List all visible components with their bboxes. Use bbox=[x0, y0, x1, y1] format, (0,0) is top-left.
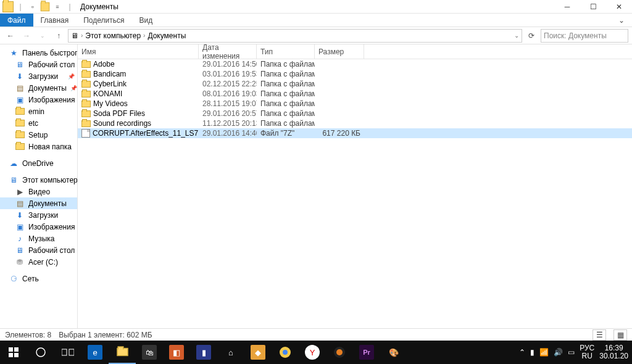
file-date: 28.11.2015 19:07 bbox=[199, 99, 257, 108]
sidebar: ★Панель быстрого до 🖥Рабочий стол📌 ⬇Загр… bbox=[0, 44, 78, 328]
file-list[interactable]: Adobe29.01.2016 14:50Папка с файламиBand… bbox=[78, 59, 632, 328]
sidebar-item-desktop2[interactable]: 🖥Рабочий стол bbox=[0, 244, 77, 256]
close-button[interactable]: ✕ bbox=[606, 0, 632, 14]
music-icon: ♪ bbox=[15, 234, 25, 243]
taskbar-app-3[interactable]: ⌂ bbox=[217, 341, 244, 364]
sidebar-item-quickaccess[interactable]: ★Панель быстрого до bbox=[0, 47, 77, 59]
forward-button[interactable]: → bbox=[20, 29, 33, 43]
sidebar-item-etc[interactable]: etc bbox=[0, 117, 77, 129]
tab-view[interactable]: Вид bbox=[131, 14, 160, 27]
taskbar-app-explorer[interactable] bbox=[109, 341, 136, 364]
sidebar-item-downloads2[interactable]: ⬇Загрузки bbox=[0, 209, 77, 221]
sidebar-item-desktop[interactable]: 🖥Рабочий стол📌 bbox=[0, 59, 77, 70]
tab-share[interactable]: Поделиться bbox=[76, 14, 131, 27]
tray-battery-icon[interactable]: ▮ bbox=[530, 348, 534, 357]
table-row[interactable]: CyberLink02.12.2015 22:25Папка с файлами bbox=[78, 79, 632, 89]
view-icons-button[interactable]: ▦ bbox=[613, 329, 627, 341]
properties-icon[interactable]: ▫ bbox=[27, 1, 38, 12]
sidebar-item-onedrive[interactable]: ☁OneDrive bbox=[0, 157, 77, 169]
address-dropdown-icon[interactable]: ⌄ bbox=[514, 32, 519, 39]
tray-clock[interactable]: 16:3930.01.20 bbox=[599, 344, 628, 360]
taskbar-app-edge[interactable]: e bbox=[81, 341, 109, 364]
search-input[interactable]: Поиск: Документы bbox=[541, 29, 628, 43]
table-row[interactable]: Sound recordings11.12.2015 20:13Папка с … bbox=[78, 118, 632, 128]
ribbon-expand-icon[interactable]: ⌄ bbox=[611, 14, 632, 27]
tray-action-icon[interactable]: ▭ bbox=[568, 348, 575, 357]
folder-icon bbox=[15, 143, 25, 151]
taskbar-app-store[interactable]: 🛍 bbox=[136, 341, 163, 364]
folder-icon bbox=[15, 107, 25, 116]
col-date[interactable]: Дата изменения bbox=[199, 44, 257, 59]
taskbar-app-premiere[interactable]: Pr bbox=[353, 341, 380, 364]
file-name: My Videos bbox=[93, 99, 128, 108]
tray-wifi-icon[interactable]: 📶 bbox=[539, 348, 549, 357]
sidebar-item-thispc[interactable]: 🖥Этот компьютер bbox=[0, 174, 77, 186]
minimize-button[interactable]: ─ bbox=[554, 0, 580, 14]
tab-home[interactable]: Главная bbox=[33, 14, 77, 27]
file-type: Папка с файлами bbox=[257, 109, 315, 118]
tray-sound-icon[interactable]: 🔊 bbox=[554, 348, 563, 357]
sidebar-item-acer[interactable]: ⛃Acer (C:) bbox=[0, 256, 77, 268]
taskbar-app-4[interactable]: ◆ bbox=[244, 341, 272, 364]
file-name: KONAMI bbox=[93, 89, 122, 98]
folder-icon bbox=[81, 81, 91, 88]
cortana-button[interactable] bbox=[27, 341, 54, 364]
tray-language[interactable]: РУСRU bbox=[580, 344, 594, 360]
sidebar-item-video[interactable]: ▶Видео bbox=[0, 186, 77, 197]
sidebar-item-network[interactable]: ⚆Сеть bbox=[0, 273, 77, 284]
taskbar-app-paint[interactable]: 🎨 bbox=[380, 341, 407, 364]
up-button[interactable]: ↑ bbox=[52, 29, 65, 43]
sidebar-item-emin[interactable]: emin bbox=[0, 105, 77, 117]
address-bar[interactable]: 🖥 › Этот компьютер › Документы ⌄ bbox=[68, 29, 522, 43]
back-button[interactable]: ← bbox=[4, 29, 17, 43]
sidebar-item-pictures[interactable]: ▣Изображения📌 bbox=[0, 94, 77, 105]
file-name: Sound recordings bbox=[93, 119, 151, 128]
taskbar-app-2[interactable]: ▮ bbox=[190, 341, 217, 364]
breadcrumb-pc[interactable]: Этот компьютер bbox=[85, 31, 141, 40]
folder-icon bbox=[81, 110, 91, 117]
table-row[interactable]: Soda PDF Files29.01.2016 20:57Папка с фа… bbox=[78, 109, 632, 118]
sidebar-item-music[interactable]: ♪Музыка bbox=[0, 233, 77, 244]
tray-chevron-icon[interactable]: ⌃ bbox=[519, 348, 525, 357]
svg-rect-2 bbox=[9, 353, 13, 357]
chevron-right-icon[interactable]: › bbox=[81, 32, 83, 39]
sidebar-item-setup[interactable]: Setup bbox=[0, 129, 77, 141]
sidebar-item-downloads[interactable]: ⬇Загрузки📌 bbox=[0, 70, 77, 82]
taskbar-app-yandex[interactable]: Y bbox=[299, 341, 326, 364]
breadcrumb-docs[interactable]: Документы bbox=[148, 31, 186, 40]
sidebar-item-documents2[interactable]: ▤Документы bbox=[0, 197, 77, 209]
table-row[interactable]: Adobe29.01.2016 14:50Папка с файлами bbox=[78, 59, 632, 69]
table-row[interactable]: KONAMI08.01.2016 19:03Папка с файлами bbox=[78, 89, 632, 99]
system-tray[interactable]: ⌃ ▮ 📶 🔊 ▭ РУСRU 16:3930.01.20 bbox=[519, 344, 632, 360]
col-name[interactable]: Имя bbox=[78, 44, 199, 59]
tab-file[interactable]: Файл bbox=[0, 14, 33, 27]
file-date: 29.01.2016 14:40 bbox=[199, 129, 257, 138]
taskbar-app-5[interactable] bbox=[326, 341, 353, 364]
sidebar-item-documents[interactable]: ▤Документы📌 bbox=[0, 82, 77, 94]
col-type[interactable]: Тип bbox=[257, 44, 315, 59]
content-area: Имя Дата изменения Тип Размер Adobe29.01… bbox=[78, 44, 632, 328]
table-row[interactable]: My Videos28.11.2015 19:07Папка с файлами bbox=[78, 99, 632, 109]
view-details-button[interactable]: ☰ bbox=[592, 329, 606, 341]
taskview-button[interactable] bbox=[54, 341, 81, 364]
recent-dropdown-icon[interactable]: ⌄ bbox=[36, 29, 49, 43]
newfolder-icon[interactable] bbox=[40, 1, 51, 12]
refresh-button[interactable]: ⟳ bbox=[525, 29, 538, 43]
monitor-icon: 🖥 bbox=[15, 246, 25, 255]
taskbar-app-chrome[interactable] bbox=[272, 341, 299, 364]
folder-icon bbox=[15, 119, 25, 128]
col-size[interactable]: Размер bbox=[315, 44, 364, 59]
table-row[interactable]: CORRUPT.AfterEffects_11_LS729.01.2016 14… bbox=[78, 128, 632, 138]
maximize-button[interactable]: ☐ bbox=[580, 0, 606, 14]
folder-icon bbox=[81, 101, 91, 107]
statusbar: Элементов: 8 Выбран 1 элемент: 602 МБ ☰ … bbox=[0, 328, 632, 341]
qat-dropdown-icon[interactable]: ≡ bbox=[52, 1, 63, 12]
table-row[interactable]: Bandicam03.01.2016 19:53Папка с файлами bbox=[78, 69, 632, 79]
sidebar-item-newfolder[interactable]: Новая папка bbox=[0, 141, 77, 152]
chevron-right-icon[interactable]: › bbox=[143, 32, 145, 39]
pc-icon: 🖥 bbox=[71, 31, 78, 40]
start-button[interactable] bbox=[0, 341, 27, 364]
sidebar-item-pictures2[interactable]: ▣Изображения bbox=[0, 221, 77, 233]
taskbar-app-1[interactable]: ◧ bbox=[163, 341, 190, 364]
file-date: 02.12.2015 22:25 bbox=[199, 80, 257, 88]
